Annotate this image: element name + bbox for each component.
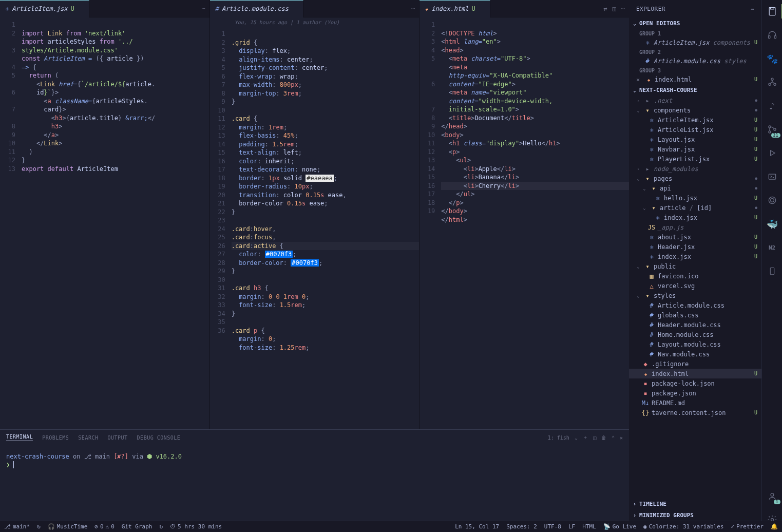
git-icon: ◆ bbox=[641, 360, 650, 368]
status-colorize[interactable]: ◉ Colorize: 31 variables bbox=[643, 523, 723, 530]
file-pkg[interactable]: ▪package.json bbox=[629, 388, 761, 398]
new-terminal-icon[interactable]: ＋ bbox=[583, 434, 588, 441]
editor-pane-1[interactable]: 12 3 45 6 7 8910111213 import Link from … bbox=[0, 17, 210, 429]
tab-indexhtml[interactable]: ⬥ index.html U bbox=[419, 0, 490, 17]
folder-nodemodules[interactable]: ›▸node_modules bbox=[629, 164, 761, 174]
file-index-art[interactable]: ⚛index.jsxU bbox=[629, 213, 761, 222]
overflow-icon[interactable]: ⋯ bbox=[751, 6, 754, 12]
file-taverne[interactable]: {}taverne.content.jsonU bbox=[629, 408, 761, 417]
status-problems[interactable]: ⊘ 0 ⚠ 0 bbox=[94, 523, 115, 530]
status-bell-icon[interactable]: 🔔 bbox=[771, 523, 778, 530]
status-refresh-icon[interactable]: ↻ bbox=[159, 523, 163, 530]
activity-tree[interactable] bbox=[762, 75, 783, 89]
editor-pane-2[interactable]: You, 15 hours ago | 1 author (You) 12345… bbox=[210, 17, 420, 429]
file-style[interactable]: #globals.css bbox=[629, 310, 761, 320]
activity-remote[interactable] bbox=[762, 169, 783, 184]
activity-headphones[interactable] bbox=[762, 28, 783, 42]
terminal-tab-search[interactable]: SEARCH bbox=[78, 435, 98, 441]
code-content-jsx[interactable]: import Link from 'next/link'import artic… bbox=[22, 17, 209, 429]
status-golive[interactable]: 📡 Go Live bbox=[603, 523, 636, 530]
file-pkglock[interactable]: ▪package-lock.json bbox=[629, 378, 761, 388]
file-articleitem[interactable]: ⚛ArticleItem.jsxU bbox=[629, 115, 761, 125]
code-content-css[interactable]: .grid { display: flex; align-items: cent… bbox=[232, 17, 419, 429]
status-sync[interactable]: ↻ bbox=[37, 523, 41, 530]
activity-account[interactable]: 1 bbox=[762, 489, 783, 503]
file-style[interactable]: #Header.module.css bbox=[629, 320, 761, 330]
activity-docker[interactable]: 🐳 bbox=[762, 217, 783, 231]
activity-debug[interactable] bbox=[762, 146, 783, 160]
terminal-selector[interactable]: 1: fish bbox=[548, 435, 569, 441]
open-editor-item[interactable]: ✕ ⬥ index.html U bbox=[629, 74, 761, 84]
code-content-html[interactable]: <!DOCTYPE html><html lang="en"><head> <m… bbox=[441, 17, 629, 429]
open-editor-item[interactable]: ⚛ ArticleItem.jsx components U bbox=[629, 37, 761, 47]
activity-n2[interactable]: N2 bbox=[762, 240, 783, 255]
file-style[interactable]: #Article.module.css bbox=[629, 300, 761, 310]
chevron-down-icon[interactable]: ⌄ bbox=[575, 435, 578, 441]
file-readme[interactable]: M↓README.md bbox=[629, 398, 761, 408]
section-timeline[interactable]: ›TIMELINE bbox=[629, 498, 761, 509]
close-icon[interactable]: ✕ bbox=[620, 435, 623, 441]
overflow-icon[interactable]: ⋯ bbox=[201, 5, 205, 12]
compare-icon[interactable]: ⇄ bbox=[603, 5, 607, 12]
maximize-icon[interactable]: ⌃ bbox=[612, 435, 615, 441]
file-about[interactable]: ⚛about.jsxU bbox=[629, 232, 761, 242]
code-lens[interactable]: You, 15 hours ago | 1 author (You) bbox=[235, 20, 340, 25]
file-navbar[interactable]: ⚛Navbar.jsxU bbox=[629, 144, 761, 154]
status-position[interactable]: Ln 15, Col 17 bbox=[455, 523, 499, 530]
tab-articleitem[interactable]: ⚛ ArticleItem.jsx U bbox=[0, 0, 89, 17]
tab-articlecss[interactable]: # Article.module.css bbox=[210, 0, 303, 17]
file-header[interactable]: ⚛Header.jsxU bbox=[629, 242, 761, 252]
status-spaces[interactable]: Spaces: 2 bbox=[506, 523, 537, 530]
section-open-editors[interactable]: ⌄OPEN EDITORS bbox=[629, 17, 761, 29]
folder-public[interactable]: ⌄▾public bbox=[629, 261, 761, 271]
activity-scm[interactable]: 21 bbox=[762, 122, 783, 137]
folder-next[interactable]: ›▸.next● bbox=[629, 96, 761, 105]
folder-article[interactable]: ⌄▾article / [id]● bbox=[629, 203, 761, 213]
open-editor-item[interactable]: # Article.module.css styles bbox=[629, 56, 761, 66]
split-icon[interactable]: ◫ bbox=[613, 5, 616, 12]
file-favicon[interactable]: ▦favicon.ico bbox=[629, 271, 761, 281]
file-vercel[interactable]: △vercel.svg bbox=[629, 281, 761, 291]
terminal-tab-problems[interactable]: PROBLEMS bbox=[42, 435, 69, 441]
section-minimized[interactable]: ›MINIMIZED GROUPS bbox=[629, 509, 761, 521]
file-layout[interactable]: ⚛Layout.jsxU bbox=[629, 135, 761, 144]
folder-pages[interactable]: ⌄▾pages● bbox=[629, 174, 761, 183]
file-articlelist[interactable]: ⚛ArticleList.jsxU bbox=[629, 125, 761, 135]
status-prettier[interactable]: ✓ Prettier bbox=[731, 523, 764, 530]
status-time[interactable]: ⏱ 5 hrs 30 mins bbox=[170, 523, 222, 530]
trash-icon[interactable]: 🗑 bbox=[601, 435, 606, 441]
status-eol[interactable]: LF bbox=[568, 523, 575, 530]
terminal-tab-terminal[interactable]: TERMINAL bbox=[6, 434, 33, 441]
status-encoding[interactable]: UTF-8 bbox=[544, 523, 561, 530]
close-icon[interactable]: ✕ bbox=[636, 76, 642, 83]
split-terminal-icon[interactable]: ◫ bbox=[593, 435, 596, 441]
editor-pane-3[interactable]: 12345 6 78910111213141516171819 <!DOCTYP… bbox=[419, 17, 629, 429]
status-language[interactable]: HTML bbox=[582, 523, 596, 530]
overflow-icon[interactable]: ⋯ bbox=[621, 5, 625, 12]
status-branch[interactable]: ⎇ main* bbox=[4, 523, 30, 530]
activity-device[interactable] bbox=[762, 264, 783, 278]
file-style[interactable]: #Layout.module.css bbox=[629, 339, 761, 349]
file-gitignore[interactable]: ◆.gitignore bbox=[629, 359, 761, 369]
folder-styles[interactable]: ⌄▾styles bbox=[629, 291, 761, 300]
terminal-body[interactable]: next-crash-course on ⎇ main [✘?] via ⬢ v… bbox=[0, 445, 629, 532]
file-hello[interactable]: ⚛hello.jsxU bbox=[629, 193, 761, 203]
activity-target[interactable] bbox=[762, 193, 783, 207]
terminal-tab-debug[interactable]: DEBUG CONSOLE bbox=[137, 435, 181, 441]
file-app[interactable]: JS_app.js bbox=[629, 222, 761, 232]
terminal-tab-output[interactable]: OUTPUT bbox=[107, 435, 127, 441]
status-music[interactable]: 🎧 MusicTime bbox=[48, 523, 88, 530]
status-gitgraph[interactable]: Git Graph bbox=[122, 523, 152, 530]
file-style[interactable]: #Nav.module.css bbox=[629, 349, 761, 359]
file-indexhtml[interactable]: ⬥index.htmlU bbox=[629, 369, 761, 378]
folder-components[interactable]: ⌄▾components● bbox=[629, 105, 761, 115]
section-project[interactable]: ⌄NEXT-CRASH-COURSE bbox=[629, 84, 761, 96]
activity-music[interactable]: ♪ bbox=[762, 99, 783, 113]
file-style[interactable]: #Home.module.css bbox=[629, 330, 761, 339]
folder-api[interactable]: ⌄▾api● bbox=[629, 183, 761, 193]
activity-paw[interactable]: 🐾 bbox=[762, 51, 783, 66]
activity-explorer[interactable] bbox=[762, 4, 783, 18]
overflow-icon[interactable]: ⋯ bbox=[411, 5, 415, 12]
file-playerlist[interactable]: ⚛PlayerList.jsxU bbox=[629, 154, 761, 164]
file-index-pages[interactable]: ⚛index.jsxU bbox=[629, 252, 761, 261]
